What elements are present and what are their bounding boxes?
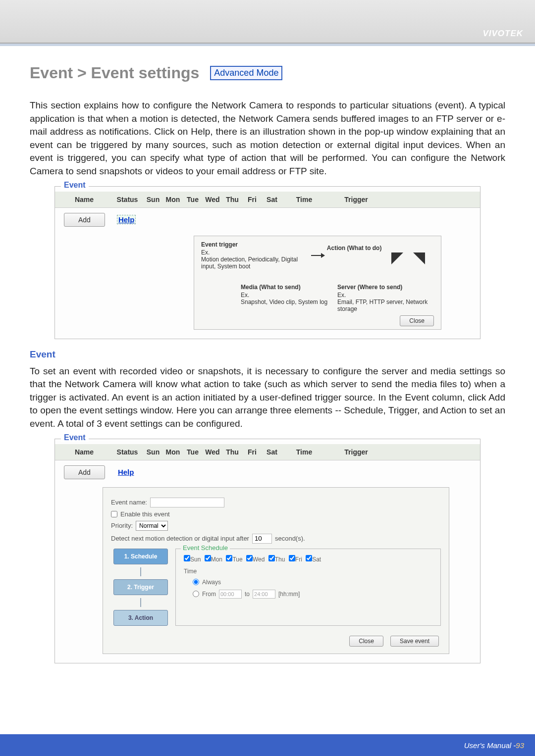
event-panel-2: Event Name Status Sun Mon Tue Wed Thu Fr… — [54, 439, 481, 663]
action-title: Action (What to do) — [327, 245, 434, 252]
col-name: Name — [57, 448, 111, 456]
enable-event-checkbox[interactable] — [111, 511, 117, 517]
add-row: Add Help — [55, 208, 480, 232]
diagram-close-button[interactable]: Close — [400, 315, 434, 326]
col-sat: Sat — [262, 196, 282, 203]
event-legend-2: Event — [61, 433, 89, 442]
col-tue: Tue — [183, 196, 203, 203]
enable-event-label: Enable this event — [120, 510, 170, 518]
event-table-header: Name Status Sun Mon Tue Wed Thu Fri Sat … — [55, 192, 480, 208]
step-column: 1. Schedule 2. Trigger 3. Action — [111, 549, 170, 626]
event-settings-form: Event name: Enable this event Priority: … — [103, 487, 449, 654]
hhmm-label: [hh:mm] — [278, 591, 300, 598]
day-fri-checkbox[interactable] — [289, 555, 295, 561]
add-button[interactable]: Add — [64, 465, 105, 479]
col-sat: Sat — [262, 448, 282, 456]
col-sun: Sun — [143, 196, 163, 203]
col-status: Status — [111, 448, 143, 456]
media-title: Media (What to send) — [241, 284, 337, 291]
server-ex: Email, FTP, HTTP server, Network storage — [337, 299, 434, 312]
col-fri: Fri — [242, 196, 262, 203]
col-time: Time — [282, 196, 326, 203]
trigger-ex-label: Ex. — [201, 249, 308, 256]
footer-page-number: 93 — [516, 741, 524, 750]
col-fri: Fri — [242, 448, 262, 456]
arrow-down-right-icon — [413, 252, 425, 264]
day-thu-label: Thu — [275, 556, 285, 563]
server-title: Server (Where to send) — [337, 284, 434, 291]
trigger-title: Event trigger — [201, 241, 308, 248]
from-label: From — [202, 591, 216, 598]
day-fri-label: Fri — [295, 556, 302, 563]
priority-select[interactable]: Normal — [136, 521, 168, 531]
event-section-title: Event — [30, 349, 505, 360]
day-mon-label: Mon — [211, 556, 222, 563]
save-event-button[interactable]: Save event — [390, 636, 439, 647]
day-sat-label: Sat — [312, 556, 321, 563]
event-schedule-fieldset: Event Schedule Sun Mon Tue Wed Thu Fri S… — [175, 549, 441, 626]
event-body-paragraph: To set an event with recorded video or s… — [30, 365, 505, 431]
event-legend: Event — [61, 181, 89, 190]
from-radio[interactable] — [193, 591, 199, 597]
arrow-down-left-icon — [391, 252, 403, 264]
day-wed-label: Wed — [253, 556, 265, 563]
day-tue-checkbox[interactable] — [226, 555, 232, 561]
help-link[interactable]: Help — [117, 468, 135, 476]
day-sat-checkbox[interactable] — [306, 555, 312, 561]
col-thu: Thu — [222, 448, 242, 456]
day-mon-checkbox[interactable] — [205, 555, 211, 561]
page-footer: User's Manual - 93 — [0, 734, 535, 756]
add-row-2: Add Help — [55, 460, 480, 484]
col-trigger: Trigger — [326, 448, 386, 456]
event-panel: Event Name Status Sun Mon Tue Wed Thu Fr… — [54, 186, 481, 339]
intro-paragraph: This section explains how to configure t… — [30, 99, 505, 178]
days-row: Sun Mon Tue Wed Thu Fri Sat — [184, 555, 432, 563]
event-name-input[interactable] — [150, 498, 224, 507]
col-time: Time — [282, 448, 326, 456]
col-tue: Tue — [183, 448, 203, 456]
step-trigger-button[interactable]: 2. Trigger — [113, 579, 168, 595]
day-sun-checkbox[interactable] — [184, 555, 190, 561]
col-sun: Sun — [143, 448, 163, 456]
col-wed: Wed — [203, 196, 222, 203]
media-ex-label: Ex. — [241, 292, 337, 299]
form-close-button[interactable]: Close — [349, 636, 383, 647]
step-schedule-button[interactable]: 1. Schedule — [113, 549, 168, 564]
day-sun-label: Sun — [190, 556, 201, 563]
always-radio[interactable] — [193, 579, 199, 585]
media-ex: Snapshot, Video clip, System log — [241, 299, 337, 305]
day-wed-checkbox[interactable] — [246, 555, 253, 561]
detect-label-prefix: Detect next motion detection or digital … — [111, 535, 249, 542]
page-title: Event > Event settings — [30, 64, 199, 82]
col-trigger: Trigger — [326, 196, 386, 203]
step-connector-icon — [140, 567, 141, 576]
col-mon: Mon — [163, 448, 183, 456]
add-button[interactable]: Add — [64, 213, 105, 227]
step-action-button[interactable]: 3. Action — [113, 610, 168, 626]
day-thu-checkbox[interactable] — [268, 555, 275, 561]
event-name-label: Event name: — [111, 499, 147, 506]
col-name: Name — [57, 196, 111, 203]
server-ex-label: Ex. — [337, 292, 434, 299]
mode-badge: Advanced Mode — [210, 66, 282, 80]
always-label: Always — [202, 579, 221, 586]
col-thu: Thu — [222, 196, 242, 203]
col-mon: Mon — [163, 196, 183, 203]
heading-row: Event > Event settings Advanced Mode — [30, 64, 505, 82]
col-status: Status — [111, 196, 143, 203]
event-schedule-legend: Event Schedule — [181, 544, 230, 552]
footer-label: User's Manual - — [464, 741, 516, 750]
help-diagram-popup: Event trigger Ex. Motion detection, Peri… — [194, 236, 441, 330]
trigger-ex: Motion detection, Periodically, Digital … — [201, 256, 308, 270]
help-link[interactable]: Help — [117, 215, 136, 224]
arrow-right-icon — [311, 255, 324, 256]
top-bar: VIVOTEK — [0, 0, 535, 44]
time-label: Time — [184, 568, 432, 575]
to-label: to — [245, 591, 250, 598]
day-tue-label: Tue — [232, 556, 242, 563]
from-time-input[interactable] — [219, 590, 242, 599]
step-connector-icon — [140, 598, 141, 607]
brand-logo: VIVOTEK — [482, 29, 523, 39]
detect-interval-input[interactable] — [252, 534, 272, 544]
to-time-input[interactable] — [253, 590, 275, 599]
